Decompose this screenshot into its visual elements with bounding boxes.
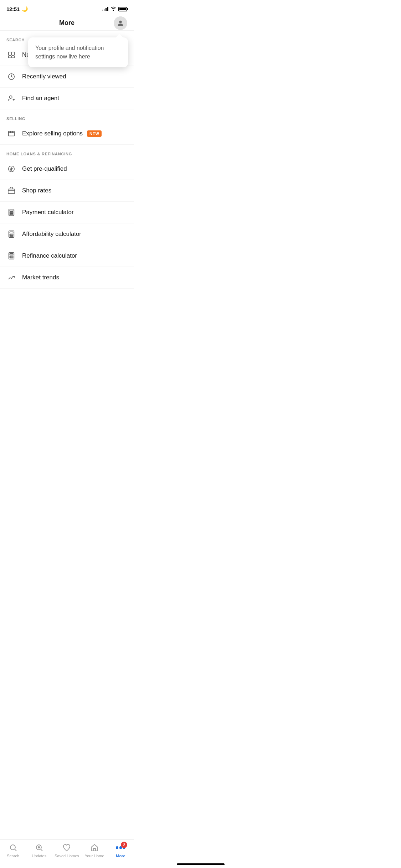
page-title: More xyxy=(59,19,74,27)
find-agent-label: Find an agent xyxy=(22,95,59,102)
svg-rect-28 xyxy=(11,234,12,235)
page-header: More xyxy=(0,16,134,31)
status-bar: 12:51 🌙 xyxy=(0,0,134,16)
svg-rect-38 xyxy=(10,257,11,258)
svg-rect-18 xyxy=(10,210,13,212)
recently-viewed-item[interactable]: Recently viewed xyxy=(0,66,134,88)
signal-icon xyxy=(102,7,108,11)
shop-rates-item[interactable]: Shop rates xyxy=(0,180,134,202)
tooltip-text: Your profile and notification settings n… xyxy=(35,45,104,60)
explore-selling-item[interactable]: Explore selling options NEW xyxy=(0,123,134,145)
svg-rect-2 xyxy=(12,52,14,55)
trends-icon xyxy=(6,273,16,283)
market-trends-label: Market trends xyxy=(22,274,59,281)
market-trends-item[interactable]: Market trends xyxy=(0,267,134,289)
profile-button[interactable] xyxy=(114,16,127,30)
status-icons xyxy=(102,6,127,12)
payment-calc-item[interactable]: Payment calculator xyxy=(0,202,134,223)
svg-point-6 xyxy=(10,96,12,98)
battery-icon xyxy=(118,7,127,11)
svg-rect-39 xyxy=(11,257,12,258)
calculator-icon-2 xyxy=(6,229,16,239)
svg-rect-23 xyxy=(11,214,12,215)
svg-rect-35 xyxy=(10,256,11,257)
svg-rect-26 xyxy=(10,232,13,233)
pre-qualified-label: Get pre-qualified xyxy=(22,165,67,172)
profile-tooltip: Your profile and notification settings n… xyxy=(28,37,128,67)
status-time: 12:51 xyxy=(6,6,20,12)
selling-icon xyxy=(6,129,16,139)
pre-qualified-item[interactable]: Get pre-qualified xyxy=(0,158,134,180)
agent-icon xyxy=(6,93,16,103)
find-agent-item[interactable]: Find an agent xyxy=(0,88,134,109)
shop-rates-label: Shop rates xyxy=(22,187,51,194)
svg-rect-32 xyxy=(12,236,13,237)
section-selling-header: SELLING xyxy=(0,109,134,123)
main-content: SEARCH Nea... Recently viewed xyxy=(0,31,134,324)
svg-rect-21 xyxy=(12,212,13,213)
svg-rect-19 xyxy=(10,212,11,213)
dollar-icon xyxy=(6,164,16,174)
svg-rect-31 xyxy=(11,236,12,237)
svg-rect-4 xyxy=(12,56,14,58)
svg-rect-37 xyxy=(12,256,13,257)
svg-rect-3 xyxy=(9,56,11,58)
svg-rect-22 xyxy=(10,214,11,215)
moon-icon: 🌙 xyxy=(22,6,28,12)
refinance-calc-label: Refinance calculator xyxy=(22,252,77,259)
affordability-calc-label: Affordability calculator xyxy=(22,231,81,238)
svg-rect-15 xyxy=(8,189,15,193)
explore-selling-label: Explore selling options xyxy=(22,130,83,137)
calculator-icon-3 xyxy=(6,251,16,261)
svg-rect-24 xyxy=(12,214,13,215)
svg-point-0 xyxy=(119,20,122,23)
svg-rect-29 xyxy=(12,234,13,235)
recently-viewed-label: Recently viewed xyxy=(22,73,66,80)
svg-rect-36 xyxy=(11,256,12,257)
calculator-icon-1 xyxy=(6,207,16,217)
clock-icon xyxy=(6,72,16,82)
svg-rect-34 xyxy=(10,254,13,255)
svg-rect-40 xyxy=(12,257,13,258)
svg-rect-9 xyxy=(9,131,15,136)
svg-rect-30 xyxy=(10,236,11,237)
payment-calc-label: Payment calculator xyxy=(22,209,74,216)
svg-rect-1 xyxy=(9,52,11,55)
new-badge: NEW xyxy=(87,130,102,137)
shop-rates-icon xyxy=(6,186,16,196)
section-home-loans-header: HOME LOANS & REFINANCING xyxy=(0,145,134,158)
wifi-icon xyxy=(110,6,116,12)
refinance-calc-item[interactable]: Refinance calculator xyxy=(0,245,134,267)
svg-rect-20 xyxy=(11,212,12,213)
affordability-calc-item[interactable]: Affordability calculator xyxy=(0,223,134,245)
svg-rect-27 xyxy=(10,234,11,235)
map-icon xyxy=(6,50,16,60)
